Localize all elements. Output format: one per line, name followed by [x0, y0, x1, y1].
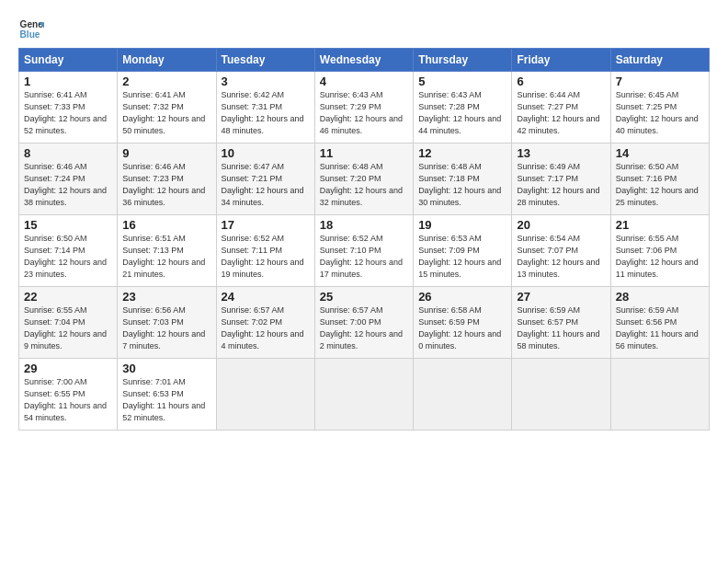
weekday-header: Thursday: [414, 49, 512, 72]
calendar-cell: 12Sunrise: 6:48 AMSunset: 7:18 PMDayligh…: [414, 144, 512, 215]
day-info: Sunrise: 6:50 AMSunset: 7:16 PMDaylight:…: [616, 161, 704, 209]
day-number: 9: [122, 146, 210, 160]
day-number: 27: [517, 290, 605, 304]
day-number: 7: [616, 75, 704, 88]
day-info: Sunrise: 6:57 AMSunset: 7:02 PMDaylight:…: [222, 304, 310, 352]
page: General Blue SundayMondayTuesdayWednesda…: [0, 0, 728, 440]
calendar-cell: 4Sunrise: 6:43 AMSunset: 7:29 PMDaylight…: [314, 72, 413, 144]
day-info: Sunrise: 7:00 AMSunset: 6:55 PMDaylight:…: [24, 376, 112, 424]
day-info: Sunrise: 7:01 AMSunset: 6:53 PMDaylight:…: [122, 376, 210, 424]
day-info: Sunrise: 6:56 AMSunset: 7:03 PMDaylight:…: [122, 304, 210, 352]
svg-text:General: General: [20, 19, 44, 29]
calendar-cell: [414, 359, 512, 431]
calendar-week-row: 15Sunrise: 6:50 AMSunset: 7:14 PMDayligh…: [19, 215, 710, 287]
logo-icon: General Blue: [18, 17, 44, 42]
calendar-cell: 20Sunrise: 6:54 AMSunset: 7:07 PMDayligh…: [512, 215, 610, 287]
day-number: 26: [418, 290, 506, 304]
day-number: 29: [24, 362, 112, 375]
calendar-cell: 24Sunrise: 6:57 AMSunset: 7:02 PMDayligh…: [216, 287, 314, 359]
day-number: 25: [320, 290, 408, 304]
calendar-cell: [610, 359, 709, 431]
day-number: 6: [517, 75, 605, 88]
day-number: 28: [616, 290, 704, 304]
calendar-cell: [314, 359, 413, 431]
header: General Blue: [18, 17, 710, 42]
day-number: 22: [24, 290, 112, 304]
day-number: 5: [418, 75, 506, 88]
day-info: Sunrise: 6:52 AMSunset: 7:11 PMDaylight:…: [222, 233, 310, 281]
day-info: Sunrise: 6:41 AMSunset: 7:33 PMDaylight:…: [24, 89, 112, 137]
logo: General Blue: [18, 17, 44, 42]
day-info: Sunrise: 6:59 AMSunset: 6:57 PMDaylight:…: [517, 304, 605, 352]
header-row: SundayMondayTuesdayWednesdayThursdayFrid…: [19, 49, 710, 72]
calendar-cell: 27Sunrise: 6:59 AMSunset: 6:57 PMDayligh…: [512, 287, 610, 359]
day-info: Sunrise: 6:49 AMSunset: 7:17 PMDaylight:…: [517, 161, 605, 209]
calendar-week-row: 29Sunrise: 7:00 AMSunset: 6:55 PMDayligh…: [19, 359, 710, 431]
calendar-cell: 19Sunrise: 6:53 AMSunset: 7:09 PMDayligh…: [414, 215, 512, 287]
calendar-cell: 22Sunrise: 6:55 AMSunset: 7:04 PMDayligh…: [19, 287, 118, 359]
day-number: 15: [24, 218, 112, 232]
day-number: 12: [418, 146, 506, 160]
day-info: Sunrise: 6:48 AMSunset: 7:20 PMDaylight:…: [320, 161, 408, 209]
calendar-cell: 2Sunrise: 6:41 AMSunset: 7:32 PMDaylight…: [118, 72, 216, 144]
calendar-cell: 23Sunrise: 6:56 AMSunset: 7:03 PMDayligh…: [118, 287, 216, 359]
calendar-cell: 8Sunrise: 6:46 AMSunset: 7:24 PMDaylight…: [19, 144, 118, 215]
calendar-cell: 13Sunrise: 6:49 AMSunset: 7:17 PMDayligh…: [512, 144, 610, 215]
day-number: 8: [24, 146, 112, 160]
calendar-cell: 3Sunrise: 6:42 AMSunset: 7:31 PMDaylight…: [216, 72, 314, 144]
calendar-cell: 28Sunrise: 6:59 AMSunset: 6:56 PMDayligh…: [610, 287, 709, 359]
calendar-cell: 18Sunrise: 6:52 AMSunset: 7:10 PMDayligh…: [314, 215, 413, 287]
calendar-cell: 15Sunrise: 6:50 AMSunset: 7:14 PMDayligh…: [19, 215, 118, 287]
day-info: Sunrise: 6:52 AMSunset: 7:10 PMDaylight:…: [320, 233, 408, 281]
day-info: Sunrise: 6:46 AMSunset: 7:24 PMDaylight:…: [24, 161, 112, 209]
weekday-header: Tuesday: [216, 49, 314, 72]
day-number: 21: [616, 218, 704, 232]
day-info: Sunrise: 6:58 AMSunset: 6:59 PMDaylight:…: [418, 304, 506, 352]
day-info: Sunrise: 6:47 AMSunset: 7:21 PMDaylight:…: [222, 161, 310, 209]
day-info: Sunrise: 6:59 AMSunset: 6:56 PMDaylight:…: [616, 304, 704, 352]
calendar-cell: 5Sunrise: 6:43 AMSunset: 7:28 PMDaylight…: [414, 72, 512, 144]
calendar-cell: 9Sunrise: 6:46 AMSunset: 7:23 PMDaylight…: [118, 144, 216, 215]
day-number: 24: [222, 290, 310, 304]
calendar-table: SundayMondayTuesdayWednesdayThursdayFrid…: [18, 48, 710, 431]
day-info: Sunrise: 6:55 AMSunset: 7:04 PMDaylight:…: [24, 304, 112, 352]
day-info: Sunrise: 6:50 AMSunset: 7:14 PMDaylight:…: [24, 233, 112, 281]
day-info: Sunrise: 6:43 AMSunset: 7:29 PMDaylight:…: [320, 89, 408, 137]
calendar-cell: 30Sunrise: 7:01 AMSunset: 6:53 PMDayligh…: [118, 359, 216, 431]
calendar-cell: 21Sunrise: 6:55 AMSunset: 7:06 PMDayligh…: [610, 215, 709, 287]
calendar-cell: 29Sunrise: 7:00 AMSunset: 6:55 PMDayligh…: [19, 359, 118, 431]
svg-text:Blue: Blue: [20, 29, 40, 40]
day-number: 23: [122, 290, 210, 304]
weekday-header: Friday: [512, 49, 610, 72]
day-info: Sunrise: 6:45 AMSunset: 7:25 PMDaylight:…: [616, 89, 704, 137]
day-info: Sunrise: 6:54 AMSunset: 7:07 PMDaylight:…: [517, 233, 605, 281]
day-info: Sunrise: 6:55 AMSunset: 7:06 PMDaylight:…: [616, 233, 704, 281]
calendar-cell: 25Sunrise: 6:57 AMSunset: 7:00 PMDayligh…: [314, 287, 413, 359]
calendar-cell: [216, 359, 314, 431]
day-info: Sunrise: 6:42 AMSunset: 7:31 PMDaylight:…: [222, 89, 310, 137]
day-number: 30: [122, 362, 210, 375]
day-number: 14: [616, 146, 704, 160]
day-info: Sunrise: 6:53 AMSunset: 7:09 PMDaylight:…: [418, 233, 506, 281]
calendar-week-row: 8Sunrise: 6:46 AMSunset: 7:24 PMDaylight…: [19, 144, 710, 215]
weekday-header: Sunday: [19, 49, 118, 72]
day-info: Sunrise: 6:51 AMSunset: 7:13 PMDaylight:…: [122, 233, 210, 281]
day-info: Sunrise: 6:41 AMSunset: 7:32 PMDaylight:…: [122, 89, 210, 137]
calendar-cell: 7Sunrise: 6:45 AMSunset: 7:25 PMDaylight…: [610, 72, 709, 144]
day-number: 13: [517, 146, 605, 160]
day-info: Sunrise: 6:44 AMSunset: 7:27 PMDaylight:…: [517, 89, 605, 137]
calendar-cell: 1Sunrise: 6:41 AMSunset: 7:33 PMDaylight…: [19, 72, 118, 144]
weekday-header: Saturday: [610, 49, 709, 72]
calendar-week-row: 1Sunrise: 6:41 AMSunset: 7:33 PMDaylight…: [19, 72, 710, 144]
day-number: 19: [418, 218, 506, 232]
day-number: 17: [222, 218, 310, 232]
calendar-cell: 11Sunrise: 6:48 AMSunset: 7:20 PMDayligh…: [314, 144, 413, 215]
day-number: 11: [320, 146, 408, 160]
day-number: 3: [222, 75, 310, 88]
day-number: 10: [222, 146, 310, 160]
calendar-cell: [512, 359, 610, 431]
calendar-cell: 17Sunrise: 6:52 AMSunset: 7:11 PMDayligh…: [216, 215, 314, 287]
calendar-cell: 6Sunrise: 6:44 AMSunset: 7:27 PMDaylight…: [512, 72, 610, 144]
day-info: Sunrise: 6:43 AMSunset: 7:28 PMDaylight:…: [418, 89, 506, 137]
day-number: 16: [122, 218, 210, 232]
